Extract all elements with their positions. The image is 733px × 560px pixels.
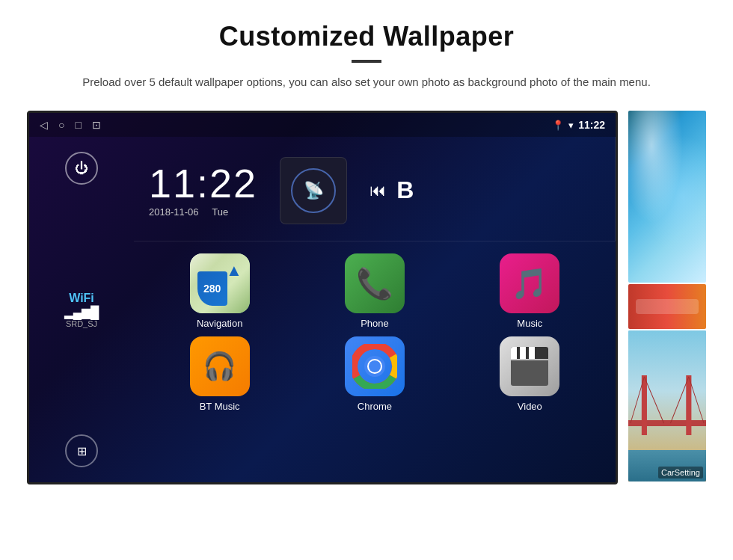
- clock-date: 2018-11-06 Tue: [149, 206, 257, 218]
- svg-rect-8: [686, 375, 691, 435]
- video-label: Video: [518, 401, 542, 412]
- media-icon: 📡: [291, 168, 336, 213]
- svg-rect-6: [628, 420, 706, 426]
- bridge-effect: [628, 330, 706, 481]
- title-divider: [352, 60, 381, 63]
- page-container: Customized Wallpaper Preload over 5 defa…: [0, 0, 733, 492]
- navigation-icon: 280 ▲: [190, 253, 250, 313]
- app-btmusic[interactable]: 🎧 BT Music: [146, 336, 293, 412]
- signal-icon: ▾: [568, 120, 574, 131]
- music-label: Music: [517, 318, 542, 329]
- app-chrome[interactable]: Chrome: [301, 336, 448, 412]
- android-center: 11:22 2018-11-06 Tue 📡 ⏮: [134, 137, 616, 482]
- wallpaper-preview-sunset[interactable]: [628, 284, 706, 329]
- app-music[interactable]: 🎵 Music: [456, 253, 604, 329]
- home-icon: ○: [58, 119, 64, 131]
- wallpaper-preview-ice[interactable]: [628, 111, 706, 283]
- clock-display: 11:22 2018-11-06 Tue: [149, 163, 257, 218]
- wifi-network: SRD_SJ: [64, 319, 99, 328]
- chrome-label: Chrome: [358, 401, 392, 412]
- app-navigation[interactable]: 280 ▲ Navigation: [146, 253, 293, 329]
- clock-area: 11:22 2018-11-06 Tue 📡 ⏮: [134, 137, 616, 241]
- btmusic-label: BT Music: [200, 401, 240, 412]
- phone-label: Phone: [361, 318, 389, 329]
- video-icon: [500, 336, 559, 396]
- media-widget: 📡: [280, 157, 347, 224]
- video-clapper-icon: [511, 347, 548, 386]
- status-bar-right: 📍 ▾ 11:22: [552, 119, 605, 131]
- chrome-icon: [345, 336, 405, 396]
- sunset-decoration: [636, 299, 698, 314]
- android-sidebar: ⏻ WiFi ▂▄▆█ SRD_SJ ⊞: [29, 137, 134, 482]
- wallpaper-previews: CarSetting: [628, 111, 706, 484]
- back-icon: ◁: [40, 119, 48, 131]
- play-label: B: [396, 176, 414, 204]
- wifi-info: WiFi ▂▄▆█ SRD_SJ: [64, 292, 99, 328]
- status-bar: ◁ ○ □ ⊡ 📍 ▾ 11:22: [29, 113, 616, 137]
- page-title: Customized Wallpaper: [45, 21, 688, 52]
- svg-point-3: [369, 360, 381, 372]
- wallpaper-preview-bridge[interactable]: CarSetting: [628, 330, 706, 481]
- clock-time: 11:22: [149, 163, 257, 203]
- status-bar-left: ◁ ○ □ ⊡: [40, 119, 101, 131]
- content-area: ◁ ○ □ ⊡ 📍 ▾ 11:22 ⏻ WiFi: [0, 103, 733, 492]
- status-time: 11:22: [578, 119, 605, 131]
- recents-icon: □: [75, 119, 81, 131]
- android-screen: ◁ ○ □ ⊡ 📍 ▾ 11:22 ⏻ WiFi: [27, 111, 618, 484]
- page-header: Customized Wallpaper Preload over 5 defa…: [0, 0, 733, 103]
- android-body: ⏻ WiFi ▂▄▆█ SRD_SJ ⊞ 11:22: [29, 137, 616, 482]
- prev-track-icon[interactable]: ⏮: [369, 181, 386, 200]
- screenshot-icon: ⊡: [92, 119, 101, 131]
- carsetting-label: CarSetting: [658, 467, 703, 479]
- music-icon: 🎵: [500, 253, 559, 313]
- app-phone[interactable]: 📞 Phone: [301, 253, 448, 329]
- apps-grid-button[interactable]: ⊞: [65, 434, 98, 467]
- page-description: Preload over 5 default wallpaper options…: [82, 73, 651, 91]
- media-controls: ⏮ B: [369, 176, 414, 204]
- ice-effect: [628, 111, 706, 283]
- navigation-label: Navigation: [197, 318, 242, 329]
- location-icon: 📍: [552, 120, 564, 131]
- phone-icon: 📞: [345, 253, 405, 313]
- wifi-label: WiFi: [64, 292, 99, 305]
- wifi-bars: ▂▄▆█: [64, 305, 99, 319]
- app-grid: 280 ▲ Navigation 📞 Phone: [134, 241, 616, 424]
- btmusic-icon: 🎧: [190, 336, 250, 396]
- power-button[interactable]: ⏻: [65, 152, 98, 185]
- app-video[interactable]: Video: [456, 336, 604, 412]
